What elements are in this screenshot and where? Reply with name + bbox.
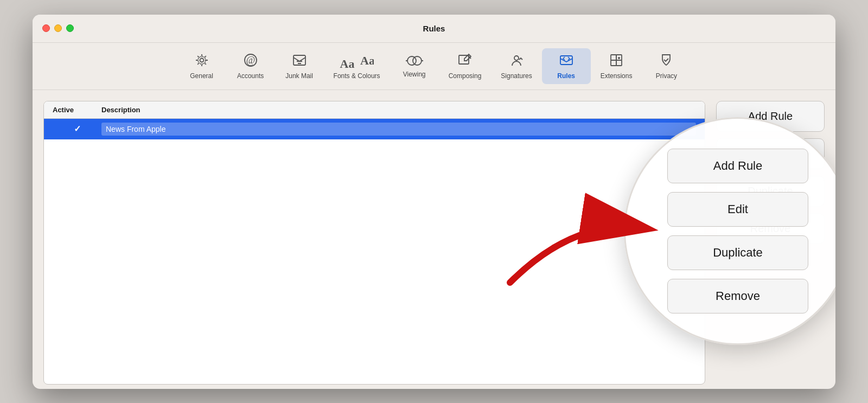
extensions-label: Extensions — [601, 72, 633, 80]
zoom-add-rule-button[interactable]: Add Rule — [667, 149, 808, 183]
table-row[interactable]: ✓ News From Apple — [44, 119, 705, 139]
main-content: Active Description ✓ News From Apple Add… — [33, 90, 835, 389]
junk-mail-label: Junk Mail — [285, 72, 313, 80]
general-icon — [194, 53, 209, 70]
rules-icon — [559, 53, 574, 70]
accounts-label: Accounts — [237, 72, 264, 80]
toolbar-item-junk-mail[interactable]: Junk Mail — [275, 48, 324, 84]
title-bar: Rules — [33, 15, 835, 43]
toolbar-item-accounts[interactable]: @ Accounts — [226, 48, 275, 84]
column-header-description: Description — [101, 106, 696, 114]
zoom-remove-button[interactable]: Remove — [667, 279, 808, 314]
svg-text:Aa: Aa — [360, 54, 374, 67]
svg-rect-17 — [611, 60, 616, 66]
toolbar-item-signatures[interactable]: Signatures — [491, 48, 541, 84]
app-window: Rules General @ Accounts — [33, 15, 835, 389]
fonts-colours-label: Fonts & Colours — [334, 72, 380, 80]
accounts-icon: @ — [243, 53, 258, 70]
signatures-label: Signatures — [501, 72, 532, 80]
viewing-label: Viewing — [403, 71, 426, 78]
composing-label: Composing — [449, 72, 482, 80]
column-header-active: Active — [53, 106, 101, 114]
svg-point-1 — [198, 56, 206, 64]
svg-point-9 — [413, 56, 422, 65]
svg-rect-14 — [560, 56, 572, 65]
viewing-icon — [406, 54, 423, 68]
zoom-duplicate-button[interactable]: Duplicate — [667, 235, 808, 270]
rules-label: Rules — [557, 72, 575, 80]
toolbar: General @ Accounts Junk Mail — [33, 43, 835, 90]
row-active-check: ✓ — [53, 124, 101, 134]
window-title: Rules — [423, 24, 445, 33]
toolbar-item-viewing[interactable]: Viewing — [390, 50, 439, 82]
toolbar-item-general[interactable]: General — [177, 48, 226, 84]
toolbar-item-extensions[interactable]: Extensions — [591, 48, 642, 84]
toolbar-item-privacy[interactable]: Privacy — [642, 48, 691, 84]
composing-icon — [457, 53, 473, 70]
row-description: News From Apple — [101, 123, 696, 136]
toolbar-item-fonts-colours[interactable]: Aa Aa Fonts & Colours — [324, 48, 390, 84]
privacy-icon — [659, 53, 674, 70]
extensions-icon — [609, 53, 624, 70]
junk-mail-icon — [292, 53, 307, 70]
traffic-lights — [42, 24, 74, 32]
signatures-icon — [509, 53, 524, 70]
svg-text:@: @ — [246, 55, 255, 66]
fonts-colours-icon: Aa Aa — [340, 53, 374, 70]
zoom-edit-button[interactable]: Edit — [667, 192, 808, 227]
toolbar-item-composing[interactable]: Composing — [439, 48, 492, 84]
table-header: Active Description — [44, 101, 705, 119]
svg-point-13 — [514, 56, 519, 60]
svg-rect-15 — [611, 55, 616, 60]
privacy-label: Privacy — [656, 72, 677, 80]
svg-point-0 — [200, 58, 203, 62]
toolbar-item-rules[interactable]: Rules — [542, 48, 591, 84]
general-label: General — [190, 72, 213, 80]
svg-rect-18 — [616, 60, 622, 66]
close-button[interactable] — [42, 24, 50, 32]
minimize-button[interactable] — [54, 24, 62, 32]
rules-table-panel: Active Description ✓ News From Apple — [43, 101, 705, 385]
maximize-button[interactable] — [66, 24, 74, 32]
